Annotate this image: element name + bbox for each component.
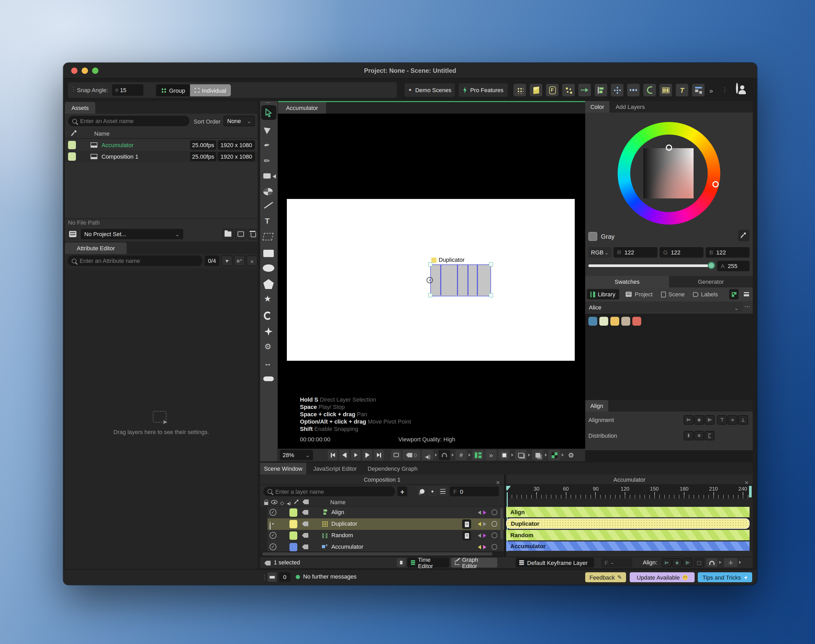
grid-button[interactable]: # (455, 450, 467, 460)
arc-tool[interactable] (264, 311, 272, 320)
step-back-button[interactable] (339, 450, 349, 460)
frame-field[interactable]: F0 (450, 486, 499, 496)
tips-and-tricks-button[interactable]: Tips and Tricks ➤ (698, 572, 752, 582)
zoom-dropdown[interactable]: 28% (279, 450, 313, 460)
camera-tool[interactable] (263, 173, 271, 179)
audio-button[interactable] (422, 450, 434, 460)
layer-color-chip[interactable] (290, 520, 297, 528)
align-bottom-button[interactable]: ⊥ (738, 415, 748, 425)
star-tool[interactable] (264, 294, 271, 304)
curve-dropdown-arrow[interactable] (452, 454, 454, 457)
source-project[interactable]: Project (622, 289, 655, 299)
alpha-slider-knob[interactable] (708, 262, 715, 269)
range-tag-field[interactable]: 0 (403, 450, 420, 460)
align-left-button[interactable]: ⊨ (683, 415, 694, 425)
enabled-toggle[interactable] (270, 532, 276, 539)
tag-icon[interactable] (302, 533, 308, 538)
hue-selector[interactable] (712, 181, 719, 187)
alpha-slider-track[interactable] (588, 264, 714, 267)
range-end-marker[interactable] (749, 486, 752, 497)
tab-viewport-accumulator[interactable]: Accumulator (278, 102, 326, 113)
tag-icon[interactable] (302, 521, 308, 526)
toolbar-overflow-button[interactable] (709, 86, 713, 95)
tab-javascript-editor[interactable]: JavaScript Editor (308, 463, 362, 474)
notes-button[interactable] (462, 531, 471, 540)
layer-color-chip[interactable] (290, 543, 297, 551)
capsule-tool[interactable] (263, 376, 274, 381)
layer-row-align[interactable]: Align (260, 507, 504, 518)
sv-square[interactable] (643, 148, 694, 198)
marquee-button[interactable]: ⬚ (694, 558, 704, 567)
enabled-toggle[interactable] (270, 509, 276, 516)
selection-handle[interactable] (428, 293, 432, 297)
tab-attribute-editor[interactable]: Attribute Editor (65, 242, 127, 254)
layer-color-chip[interactable] (290, 508, 297, 517)
arc-tool-button[interactable] (643, 84, 656, 97)
color-eyedropper-button[interactable] (738, 230, 749, 241)
in-marker[interactable] (478, 511, 481, 515)
scene-canvas[interactable]: Duplicator (287, 199, 575, 361)
close-button[interactable] (71, 67, 78, 74)
duplicator-tool-button[interactable] (513, 84, 526, 97)
toolbar-drag-handle[interactable] (70, 86, 77, 93)
project-settings-button[interactable] (67, 228, 78, 240)
pro-features-button[interactable]: Pro Features (458, 83, 508, 97)
layer-row-accumulator[interactable]: Accumulator (260, 541, 504, 552)
graph-editor-toggle[interactable]: Graph Editor (451, 558, 497, 567)
zoom-button[interactable] (92, 67, 98, 74)
sv-selector[interactable] (666, 144, 672, 151)
timeline-ruler[interactable]: 0 30 60 90 120 150 180 210 240 (506, 485, 753, 498)
align-keys-center-button[interactable]: ⧺ (672, 558, 682, 567)
rectangle-tool[interactable] (263, 250, 274, 257)
group-toggle[interactable]: Group (156, 84, 190, 97)
layer-row-duplicator[interactable]: Duplicator (260, 518, 504, 530)
distribute-stack-button[interactable]: ⣏ (705, 431, 714, 440)
new-frame-button[interactable] (235, 229, 246, 239)
account-avatar-button[interactable] (736, 83, 738, 94)
snap-angle-field[interactable]: # 15 (112, 84, 143, 96)
layer-search-input[interactable] (275, 488, 391, 495)
pivot-point[interactable] (427, 277, 433, 283)
console-button[interactable] (268, 572, 277, 582)
direct-select-tool[interactable] (264, 124, 275, 134)
statusbar-handle[interactable] (262, 574, 268, 581)
loop-button[interactable] (391, 450, 401, 460)
fast-forward-button[interactable] (485, 450, 497, 460)
duplicate-view-button[interactable] (532, 450, 543, 460)
timeline-bar-duplicator[interactable]: Duplicator (506, 518, 749, 529)
transparency-button[interactable] (548, 450, 560, 460)
solo-circle[interactable] (492, 544, 497, 550)
swatch-pale-green[interactable] (599, 317, 608, 326)
source-library[interactable]: Library (587, 289, 619, 299)
layer-row-random[interactable]: Random (260, 530, 504, 541)
grid-view-toggle[interactable] (729, 289, 738, 299)
tab-scene-window[interactable]: Scene Window (260, 463, 306, 474)
ease-dropdown-arrow[interactable] (719, 561, 721, 564)
open-folder-button[interactable] (222, 229, 233, 239)
scatter-tool-button[interactable] (562, 84, 575, 97)
update-available-button[interactable]: Update Available (630, 572, 695, 582)
key-spacing-button[interactable]: -‖- (724, 558, 737, 567)
tab-dependency-graph[interactable]: Dependency Graph (364, 463, 421, 474)
distribute-tool-button[interactable] (611, 84, 624, 97)
collection-more-button[interactable] (745, 303, 750, 310)
stagger-tool-button[interactable] (660, 84, 672, 97)
minimize-button[interactable] (82, 67, 88, 74)
tag-icon[interactable] (302, 544, 308, 549)
layout-quality-button[interactable] (472, 450, 484, 460)
notes-button[interactable] (462, 520, 471, 529)
toolbar-drag-handle-right[interactable] (722, 86, 728, 93)
v-scrollbar-thumb[interactable] (500, 508, 503, 539)
tab-color[interactable]: Color (585, 101, 609, 113)
time-editor-toggle[interactable]: Time Editor (407, 558, 449, 567)
pick-attribute-button[interactable]: ➤ (221, 256, 233, 266)
selection-handle[interactable] (489, 262, 493, 267)
asset-row-composition[interactable]: Composition 1 25.00fps 1920 x 1080 (65, 151, 257, 162)
project-set-dropdown[interactable]: No Project Set... (81, 229, 183, 239)
keyframe-frame-field[interactable]: F - (601, 558, 632, 567)
h-scrollbar-thumb[interactable] (262, 552, 493, 555)
timeline-bar-align[interactable]: Align (506, 507, 749, 517)
pane-divider[interactable] (504, 474, 506, 557)
lock-cell[interactable] (260, 518, 268, 530)
extrude-tool-button[interactable] (530, 84, 542, 97)
